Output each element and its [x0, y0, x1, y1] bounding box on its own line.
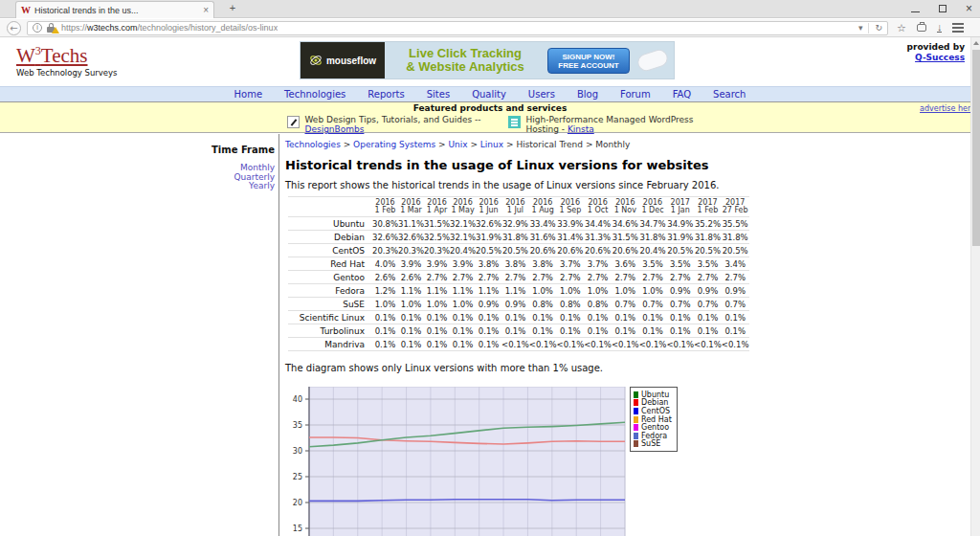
scrollbar-thumb[interactable] — [972, 50, 980, 246]
cell-value: 1.1% — [450, 284, 476, 298]
breadcrumb-item[interactable]: Linux — [480, 140, 503, 149]
sidebar-item-quarterly[interactable]: Quarterly — [0, 173, 275, 183]
window-maximize-icon[interactable] — [939, 5, 947, 12]
cell-value: 20.5% — [666, 244, 694, 257]
svg-text:30: 30 — [293, 447, 302, 456]
breadcrumb-separator: > — [435, 140, 448, 149]
nav-item-reports[interactable]: Reports — [368, 89, 404, 100]
mouseflow-brand: mouseflow — [326, 56, 376, 66]
cell-value: 20.5% — [722, 244, 749, 257]
table-corner — [288, 197, 372, 217]
scrollbar-up-icon[interactable] — [973, 41, 979, 45]
nav-item-faq[interactable]: FAQ — [673, 89, 691, 100]
cell-value: <0.1% — [501, 338, 529, 351]
mixed-content-lock-icon[interactable] — [46, 22, 57, 34]
cell-value: 20.3% — [398, 244, 424, 257]
column-header: 20161 Nov — [612, 197, 639, 217]
sidebar-title: Time Frame — [0, 145, 275, 155]
signup-button[interactable]: SIGNUP NOW! FREE ACCOUNT — [547, 48, 630, 74]
featured-strip: Featured products and services advertise… — [0, 101, 980, 133]
cell-value: 2.7% — [639, 271, 667, 284]
legend-swatch-centos — [634, 408, 638, 414]
legend-item: SuSE — [634, 440, 672, 449]
table-row: Turbolinux0.1%0.1%0.1%0.1%0.1%0.1%0.1%0.… — [288, 324, 749, 338]
advertise-here-link[interactable]: advertise here — [920, 104, 975, 113]
designbombs-icon — [287, 116, 300, 128]
page-info-icon[interactable]: i — [33, 23, 42, 33]
q-success-link[interactable]: Q-Success — [907, 53, 965, 62]
cell-value: 31.9% — [476, 231, 501, 244]
reload-icon[interactable]: ↻ — [875, 23, 882, 33]
cell-value: 0.1% — [372, 311, 398, 324]
w3techs-logo[interactable]: W3Techs — [16, 40, 118, 66]
url-text[interactable]: https://w3techs.com/technologies/history… — [61, 23, 278, 33]
window-minimize-icon[interactable] — [911, 5, 920, 12]
featured-title: Featured products and services — [0, 102, 980, 113]
breadcrumb-item[interactable]: Technologies — [285, 140, 341, 149]
nav-item-forum[interactable]: Forum — [620, 89, 651, 100]
new-tab-button[interactable]: + — [222, 2, 243, 17]
cell-value: 0.1% — [398, 338, 424, 351]
column-header: 20161 Mar — [398, 197, 424, 217]
pocket-icon[interactable] — [917, 24, 926, 32]
cell-value: 32.5% — [424, 231, 450, 244]
legend-item: Fedora — [634, 432, 672, 440]
cell-value: 1.0% — [529, 284, 557, 298]
tab-close-icon[interactable]: × — [203, 5, 209, 15]
download-icon[interactable]: ↓ — [937, 23, 943, 34]
cell-value: 0.1% — [529, 324, 557, 338]
nav-item-users[interactable]: Users — [528, 89, 555, 100]
nav-item-blog[interactable]: Blog — [577, 89, 598, 100]
urlbar-dropdown-icon[interactable]: ▾ — [858, 23, 863, 33]
cell-value: 20.6% — [529, 244, 557, 257]
diagram-note: The diagram shows only Linux versions wi… — [285, 363, 970, 373]
cell-value: 20.4% — [450, 244, 476, 257]
menu-hamburger-icon[interactable] — [952, 23, 964, 25]
legend-swatch-gentoo — [634, 424, 638, 431]
cell-value: 1.1% — [398, 284, 424, 298]
breadcrumb-item[interactable]: Operating Systems — [353, 140, 435, 149]
nav-item-technologies[interactable]: Technologies — [284, 89, 345, 100]
breadcrumb-separator: > — [503, 140, 516, 149]
cell-value: 0.1% — [557, 311, 585, 324]
breadcrumb-item[interactable]: Unix — [448, 140, 467, 149]
cell-value: 1.0% — [639, 284, 667, 298]
breadcrumb-separator: > — [468, 140, 480, 149]
computer-mouse-image — [635, 47, 670, 73]
nav-item-quality[interactable]: Quality — [472, 89, 506, 100]
kinsta-link[interactable]: Kinsta — [568, 124, 594, 134]
table-header: 20161 Feb20161 Mar20161 Apr20161 May2016… — [288, 197, 749, 217]
page-scrollbar[interactable] — [970, 37, 980, 536]
cell-value: 1.0% — [424, 298, 450, 311]
sidebar-item-yearly[interactable]: Yearly — [0, 182, 275, 191]
cell-value: 0.1% — [694, 311, 722, 324]
column-header: 20161 Jul — [501, 197, 529, 217]
legend-item: Gentoo — [634, 423, 672, 432]
row-label-red-hat: Red Hat — [288, 257, 372, 271]
site-header: W3Techs Web Technology Surveys mouseflow… — [0, 37, 980, 86]
cell-value: 20.5% — [476, 244, 501, 257]
tab-bar: W Historical trends in the us... × + × — [0, 0, 980, 18]
nav-item-sites[interactable]: Sites — [427, 89, 450, 100]
urlbar-controls: ▾ ↻ — [858, 23, 882, 34]
cell-value: 20.5% — [501, 244, 529, 257]
url-bar[interactable]: i https://w3techs.com/technologies/histo… — [27, 21, 888, 35]
logo-block[interactable]: W3Techs Web Technology Surveys — [16, 40, 118, 78]
cell-value: 1.0% — [584, 284, 612, 298]
cell-value: 0.8% — [584, 298, 612, 311]
content: Time Frame MonthlyQuarterlyYearly Techno… — [0, 134, 970, 536]
table-row: CentOS20.3%20.3%20.3%20.4%20.5%20.5%20.6… — [288, 244, 749, 257]
row-label-suse: SuSE — [288, 298, 372, 311]
nav-item-search[interactable]: Search — [713, 89, 746, 100]
cell-value: 0.1% — [476, 311, 501, 324]
browser-tab[interactable]: W Historical trends in the us... × — [15, 1, 214, 18]
designbombs-link[interactable]: DesignBombs — [305, 124, 365, 134]
nav-item-home[interactable]: Home — [234, 89, 263, 100]
bookmark-star-icon[interactable]: ☆ — [897, 22, 906, 34]
back-button[interactable]: ← — [7, 21, 21, 35]
column-date: 1 May — [450, 207, 476, 214]
window-close-icon[interactable]: × — [966, 4, 972, 13]
cell-value: 0.1% — [529, 311, 557, 324]
chart-legend: UbuntuDebianCentOSRed HatGentooFedoraSuS… — [630, 387, 678, 452]
ad-banner[interactable]: mouseflow Live Click Tracking & Website … — [300, 41, 675, 79]
